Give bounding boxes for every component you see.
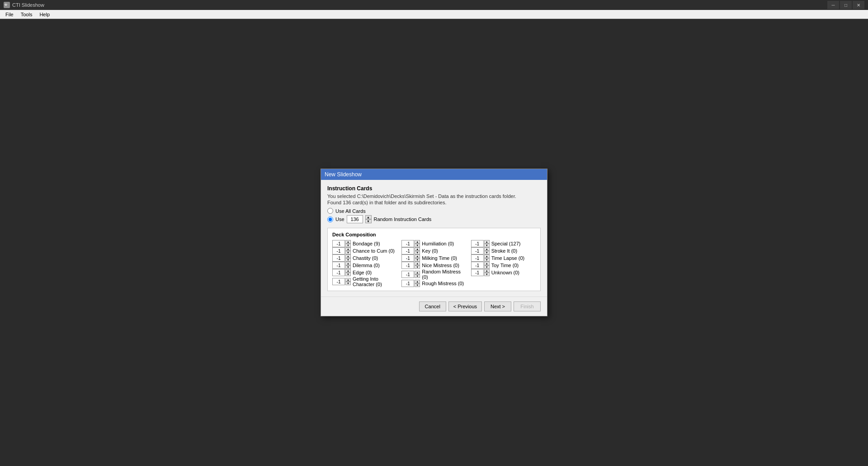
deck-up-chance[interactable]: ▲ [345,247,351,251]
deck-up-edge[interactable]: ▲ [345,269,351,273]
deck-label-stroke: Stroke It (0) [491,248,517,254]
deck-input-random[interactable] [401,271,414,278]
use-random-row: Use ▲ ▼ Random Instruction Cards [327,215,541,223]
cancel-button[interactable]: Cancel [419,301,446,311]
use-label[interactable]: Use [335,217,344,222]
deck-spinner-bondage: ▲ ▼ [332,240,351,247]
deck-label-random: Random Mistress (0) [422,269,466,280]
deck-up-rough[interactable]: ▲ [415,280,420,283]
deck-up-special[interactable]: ▲ [484,240,490,244]
deck-label-edge: Edge (0) [353,270,372,275]
deck-col1: ▲ ▼ Bondage (9) ▲ ▼ [332,240,397,287]
deck-label-bondage: Bondage (9) [353,241,380,246]
deck-label-toytime: Toy Time (0) [491,263,519,268]
deck-input-bondage[interactable] [332,240,345,247]
menu-tools[interactable]: Tools [17,11,36,18]
deck-input-humiliation[interactable] [401,240,414,247]
deck-item-bondage: ▲ ▼ Bondage (9) [332,240,397,247]
deck-item-edge: ▲ ▼ Edge (0) [332,269,397,276]
menu-file[interactable]: File [2,11,17,18]
use-all-radio[interactable] [327,208,333,214]
new-slideshow-dialog: New Slideshow Instruction Cards You sele… [321,169,547,316]
deck-item-chance: ▲ ▼ Chance to Cum (0) [332,247,397,254]
deck-up-chastity[interactable]: ▲ [345,254,351,258]
card-count-spinner: ▲ ▼ [365,215,372,223]
deck-down-key[interactable]: ▼ [415,251,420,254]
deck-down-milking[interactable]: ▼ [415,258,420,262]
deck-item-key: ▲ ▼ Key (0) [401,247,466,254]
deck-section-title: Deck Composition [332,232,536,237]
deck-up-dilemma[interactable]: ▲ [345,262,351,265]
deck-down-bondage[interactable]: ▼ [345,244,351,247]
card-count-down[interactable]: ▼ [365,219,372,223]
card-count-up[interactable]: ▲ [365,215,372,219]
deck-up-timelapse[interactable]: ▲ [484,254,490,258]
deck-down-nice[interactable]: ▼ [415,265,420,269]
finish-button[interactable]: Finish [514,301,541,311]
deck-up-unknown[interactable]: ▲ [484,269,490,273]
random-label: Random Instruction Cards [374,217,432,222]
deck-input-special[interactable] [471,240,484,247]
deck-input-edge[interactable] [332,269,345,276]
minimize-button[interactable]: ─ [827,1,839,9]
deck-item-chastity: ▲ ▼ Chastity (0) [332,254,397,262]
deck-down-random[interactable]: ▼ [415,274,420,278]
deck-label-gic: Getting Into Character (0) [353,276,397,287]
menu-help[interactable]: Help [36,11,53,18]
deck-down-edge[interactable]: ▼ [345,273,351,276]
previous-button[interactable]: < Previous [448,301,482,311]
use-count-radio[interactable] [327,217,333,222]
deck-input-unknown[interactable] [471,269,484,276]
deck-col3: ▲ ▼ Special (127) ▲ ▼ [471,240,536,287]
deck-item-humiliation: ▲ ▼ Humiliation (0) [401,240,466,247]
main-area: New Slideshow Instruction Cards You sele… [0,19,868,466]
deck-up-nice[interactable]: ▲ [415,262,420,265]
deck-input-gic[interactable] [332,278,345,285]
deck-down-dilemma[interactable]: ▼ [345,265,351,269]
deck-label-humiliation: Humiliation (0) [422,241,454,246]
deck-down-rough[interactable]: ▼ [415,283,420,287]
deck-label-milking: Milking Time (0) [422,255,457,261]
deck-item-gic: ▲ ▼ Getting Into Character (0) [332,276,397,287]
dialog-title: New Slideshow [325,171,362,178]
deck-up-milking[interactable]: ▲ [415,254,420,258]
deck-up-key[interactable]: ▲ [415,247,420,251]
deck-input-milking[interactable] [401,254,414,262]
button-row: Cancel < Previous Next > Finish [321,297,547,316]
deck-up-stroke[interactable]: ▲ [484,247,490,251]
deck-grid: ▲ ▼ Bondage (9) ▲ ▼ [332,240,536,287]
deck-input-rough[interactable] [401,280,414,287]
deck-down-special[interactable]: ▼ [484,244,490,247]
deck-down-stroke[interactable]: ▼ [484,251,490,254]
deck-input-nice[interactable] [401,262,414,269]
deck-up-bondage[interactable]: ▲ [345,240,351,244]
deck-up-random[interactable]: ▲ [415,271,420,274]
deck-input-stroke[interactable] [471,247,484,254]
use-all-row: Use All Cards [327,208,541,214]
deck-input-chastity[interactable] [332,254,345,262]
use-all-label[interactable]: Use All Cards [335,208,366,214]
deck-item-nice: ▲ ▼ Nice Mistress (0) [401,262,466,269]
deck-down-unknown[interactable]: ▼ [484,273,490,276]
next-button[interactable]: Next > [484,301,511,311]
deck-up-gic[interactable]: ▲ [345,278,351,282]
deck-down-timelapse[interactable]: ▼ [484,258,490,262]
deck-up-humiliation[interactable]: ▲ [415,240,420,244]
deck-input-dilemma[interactable] [332,262,345,269]
card-count-input[interactable] [347,215,363,223]
deck-down-gic[interactable]: ▼ [345,282,351,285]
dialog-content: Instruction Cards You selected C:\Demido… [321,180,547,297]
deck-input-chance[interactable] [332,247,345,254]
menubar: File Tools Help [0,10,868,19]
deck-down-chance[interactable]: ▼ [345,251,351,254]
deck-down-chastity[interactable]: ▼ [345,258,351,262]
close-button[interactable]: ✕ [853,1,864,9]
deck-input-timelapse[interactable] [471,254,484,262]
deck-down-toytime[interactable]: ▼ [484,265,490,269]
deck-down-humiliation[interactable]: ▼ [415,244,420,247]
deck-input-toytime[interactable] [471,262,484,269]
restore-button[interactable]: □ [840,1,852,9]
deck-input-key[interactable] [401,247,414,254]
deck-label-special: Special (127) [491,241,521,246]
deck-up-toytime[interactable]: ▲ [484,262,490,265]
